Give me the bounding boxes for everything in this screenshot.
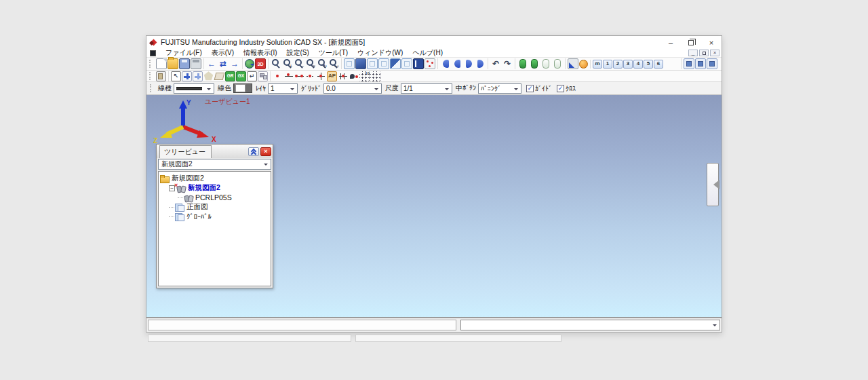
move-element-icon[interactable] <box>182 71 192 81</box>
move-copy-icon[interactable] <box>193 71 203 81</box>
globe-icon[interactable] <box>245 59 254 69</box>
view-side-icon[interactable] <box>378 58 389 69</box>
minimize-button[interactable]: – <box>660 36 681 49</box>
tree-item-2[interactable]: PCRLP05S <box>160 193 269 202</box>
view-m-button[interactable]: m <box>593 60 602 69</box>
view-catalog-icon[interactable] <box>413 58 424 69</box>
toolbar-grip[interactable] <box>149 60 151 68</box>
solid-display-off-icon[interactable] <box>540 58 551 69</box>
tree-panel-header[interactable]: ツリービュー × <box>157 145 273 158</box>
view-1-button[interactable]: 1 <box>603 60 612 69</box>
undo-icon[interactable]: ↶ <box>490 58 501 69</box>
window-cascade-icon[interactable] <box>684 58 694 69</box>
view-swap-icon[interactable]: ⇄ <box>218 58 229 69</box>
mdi-document-icon[interactable] <box>150 50 156 56</box>
snap-between-icon[interactable] <box>338 71 348 81</box>
print-icon[interactable] <box>191 58 201 69</box>
zoom-out-icon[interactable]: − <box>294 58 304 69</box>
tree-panel-tab[interactable]: ツリービュー <box>159 145 212 158</box>
tree-drawing-combobox[interactable]: 新規図面2 <box>158 159 271 170</box>
view-top-icon[interactable] <box>401 58 412 69</box>
tree-collapse-button[interactable] <box>248 147 259 156</box>
snap-on-element-icon[interactable] <box>283 71 294 81</box>
tree-item-1[interactable]: −×新規図面2 <box>160 183 269 193</box>
window-focus-icon[interactable] <box>707 58 717 69</box>
3d-mode-icon[interactable]: 3D <box>255 58 266 69</box>
view-back-icon[interactable]: ← <box>206 58 217 69</box>
toolbar-grip[interactable] <box>150 84 152 92</box>
menu-item-5[interactable]: ウィンドウ(W) <box>353 48 408 58</box>
rotate-right-icon[interactable] <box>463 58 474 69</box>
new-file-icon[interactable] <box>156 58 167 69</box>
tree-close-button[interactable]: × <box>260 147 271 156</box>
view-forward-icon[interactable]: → <box>229 58 240 69</box>
linecolor-swatch[interactable] <box>233 83 252 93</box>
menu-item-4[interactable]: ツール(T) <box>314 48 353 58</box>
toolbar-grip[interactable] <box>149 72 151 80</box>
menu-item-1[interactable]: 表示(V) <box>207 48 239 58</box>
grid-select[interactable]: 0.0 <box>323 83 382 94</box>
render-ball-icon[interactable] <box>579 60 588 69</box>
view-front-icon[interactable] <box>367 58 378 69</box>
rotate-left90-icon[interactable] <box>440 58 451 69</box>
zoom-previous-icon[interactable]: ↤ <box>328 58 339 69</box>
zoom-extent-icon[interactable]: × <box>305 58 316 69</box>
layer-select[interactable]: 1 <box>268 83 298 94</box>
drawing-canvas[interactable]: ユーザビュー1 Y X Z ツリービュー × <box>146 95 722 317</box>
snap-endpoint-icon[interactable] <box>294 71 304 81</box>
cross-checkbox[interactable]: ✓ ｸﾛｽ <box>557 85 576 92</box>
mdi-close-button[interactable]: × <box>710 50 719 56</box>
solid-display-on-icon[interactable] <box>517 58 528 69</box>
middle-button-select[interactable]: ﾊﾟﾆﾝｸﾞ <box>478 83 521 94</box>
view-effect-icon[interactable] <box>425 58 435 69</box>
menu-item-6[interactable]: ヘルプ(H) <box>408 48 448 58</box>
zoom-rotate-icon[interactable]: ↻ <box>317 58 328 69</box>
group-gr-icon[interactable]: GR <box>225 71 235 81</box>
return-icon[interactable]: ↵ <box>247 71 257 81</box>
snap-free-icon[interactable] <box>273 71 283 81</box>
snap-eye-icon[interactable] <box>349 71 359 81</box>
structure-icon[interactable] <box>258 71 268 81</box>
zoom-in-icon[interactable]: + <box>282 58 293 69</box>
view-half-shade-icon[interactable] <box>390 58 401 69</box>
window-maximize-icon[interactable] <box>695 58 706 69</box>
group-gx-icon[interactable]: GX <box>236 71 246 81</box>
solid-display-off2-icon[interactable] <box>552 58 563 69</box>
view-3-button[interactable]: 3 <box>623 60 633 69</box>
tag-icon[interactable] <box>214 71 224 81</box>
rotate-right90-icon[interactable] <box>475 58 486 69</box>
linetype-select[interactable] <box>174 83 214 94</box>
guide-checkbox-box[interactable]: ✓ <box>526 85 534 92</box>
snap-intersection-icon[interactable] <box>316 71 326 81</box>
snap-grid10-icon[interactable]: 10 <box>359 71 370 81</box>
snap-midpoint-icon[interactable] <box>305 71 315 81</box>
plot-preview-icon[interactable] <box>568 58 578 69</box>
command-combobox[interactable] <box>460 320 720 330</box>
view-isometric-icon[interactable] <box>344 58 355 69</box>
side-panel-expand-handle[interactable] <box>707 163 719 206</box>
title-bar[interactable]: FUJITSU Manufacturing Industry Solution … <box>146 36 722 49</box>
tree-item-4[interactable]: ｸﾞﾛｰﾊﾞﾙ <box>160 212 269 221</box>
menu-item-3[interactable]: 設定(S) <box>282 48 314 58</box>
cross-checkbox-box[interactable]: ✓ <box>557 85 564 92</box>
view-5-button[interactable]: 5 <box>644 60 653 69</box>
view-shaded-icon[interactable] <box>355 58 366 69</box>
zoom-window-icon[interactable] <box>271 58 281 69</box>
menu-item-0[interactable]: ファイル(F) <box>161 48 207 58</box>
solid-display-on2-icon[interactable] <box>529 58 540 69</box>
view-6-button[interactable]: 6 <box>654 60 663 69</box>
rotate-left-icon[interactable] <box>452 58 462 69</box>
scale-select[interactable]: 1/1 <box>401 83 452 94</box>
view-2-button[interactable]: 2 <box>613 60 623 69</box>
exit-command-icon[interactable] <box>156 71 166 81</box>
redo-icon[interactable]: ↷ <box>502 58 513 69</box>
snap-ap-button[interactable]: AP <box>327 71 337 81</box>
restore-button[interactable] <box>681 36 701 49</box>
menu-item-2[interactable]: 情報表示(I) <box>239 48 281 58</box>
mdi-minimize-button[interactable]: _ <box>688 50 698 56</box>
view-4-button[interactable]: 4 <box>633 60 643 69</box>
close-button[interactable]: × <box>701 36 722 49</box>
snap-grid-icon[interactable] <box>370 71 380 81</box>
guide-checkbox[interactable]: ✓ ｶﾞｲﾄﾞ <box>526 85 552 92</box>
tree-item-3[interactable]: 正面図 <box>160 202 269 212</box>
